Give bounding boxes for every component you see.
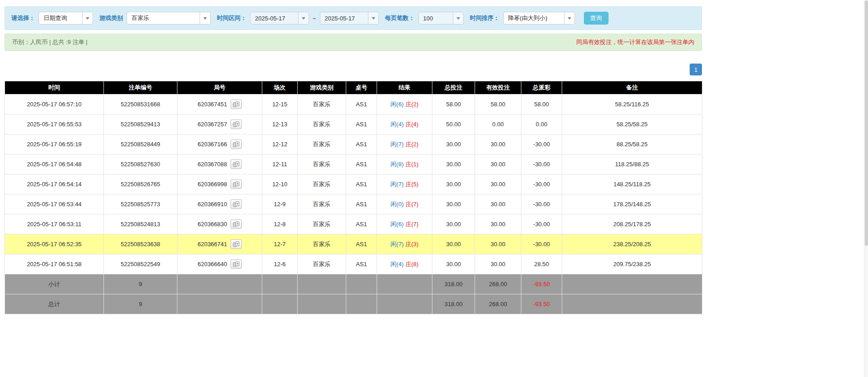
- view-cards-icon[interactable]: [230, 179, 242, 189]
- cell-valid-bet: 30.00: [475, 234, 521, 254]
- cell-total-bet[interactable]: 30.00: [432, 234, 475, 254]
- cell-valid-bet: 30.00: [475, 254, 521, 274]
- date-from-select[interactable]: 2025-05-17: [250, 12, 309, 25]
- select-type-label: 请选择：: [11, 14, 35, 22]
- search-button[interactable]: 查询: [584, 12, 608, 25]
- cell-remark: 208.25/178.25: [562, 214, 702, 234]
- page-size-value: 100: [419, 15, 453, 22]
- cell-total-bet[interactable]: 58.00: [432, 94, 475, 114]
- cell-total-bet[interactable]: 30.00: [432, 174, 475, 194]
- cell-bet-id: 522508528449: [104, 134, 177, 154]
- vertical-scrollbar-thumb[interactable]: [865, 0, 868, 246]
- column-header: 备注: [562, 81, 702, 94]
- date-from-value: 2025-05-17: [250, 15, 298, 22]
- result-player: 闲(7): [391, 181, 404, 188]
- result-player: 闲(6): [391, 221, 404, 228]
- cell-round: 620367088: [177, 154, 262, 174]
- column-header: 注单编号: [104, 81, 177, 94]
- view-cards-icon[interactable]: [230, 159, 242, 169]
- round-number: 620366741: [197, 241, 227, 248]
- cell-total-bet[interactable]: 30.00: [432, 214, 475, 234]
- view-cards-icon[interactable]: [230, 239, 242, 249]
- page-size-select[interactable]: 100: [418, 12, 464, 25]
- view-cards-icon[interactable]: [230, 99, 242, 109]
- summary-bar: 币别：人民币 | 总共 :9 注单 | 同局有效投注，统一计算在该局第一张注单内: [5, 34, 702, 51]
- footer-cell: [298, 294, 346, 314]
- view-cards-icon[interactable]: [230, 259, 242, 269]
- game-type-label: 游戏类别: [99, 14, 123, 22]
- cell-total-bet[interactable]: 30.00: [432, 134, 475, 154]
- date-to-select[interactable]: 2025-05-17: [320, 12, 379, 25]
- column-header: 游戏类别: [298, 81, 346, 94]
- table-footer-row: 小计9318.00268.00-93.50: [5, 274, 702, 294]
- footer-label: 总计: [5, 294, 104, 314]
- cell-bet-id: 522508526765: [104, 174, 177, 194]
- round-number: 620367451: [197, 101, 227, 108]
- column-header: 总派彩: [521, 81, 562, 94]
- table-row: 2025-05-17 06:57:10522508531668620367451…: [5, 94, 702, 114]
- cell-game-type: 百家乐: [298, 154, 346, 174]
- footer-cell: -93.50: [521, 274, 562, 294]
- cell-total-bet[interactable]: 30.00: [432, 254, 475, 274]
- cell-time: 2025-05-17 06:55:53: [5, 114, 104, 134]
- cell-payout: -30.00: [521, 194, 562, 214]
- cell-result: 闲(6)庄(2): [377, 94, 432, 114]
- cell-payout: 28.50: [521, 254, 562, 274]
- cell-game-type: 百家乐: [298, 134, 346, 154]
- round-number: 620367166: [197, 141, 227, 148]
- cell-time: 2025-05-17 06:54:48: [5, 154, 104, 174]
- cell-remark: 178.25/148.25: [562, 194, 702, 214]
- pagination: 1: [5, 64, 702, 75]
- result-banker: 庄(2): [406, 141, 419, 148]
- vertical-scrollbar[interactable]: [864, 0, 868, 377]
- cell-bet-id: 522508523638: [104, 234, 177, 254]
- cell-valid-bet: 58.00: [475, 94, 521, 114]
- table-row: 2025-05-17 06:55:19522508528449620367166…: [5, 134, 702, 154]
- view-cards-icon[interactable]: [230, 139, 242, 149]
- time-sort-label: 时间排序：: [470, 14, 500, 22]
- view-cards-icon[interactable]: [230, 199, 242, 209]
- time-sort-select[interactable]: 降幂(由大到小): [503, 12, 575, 25]
- footer-cell: [562, 294, 702, 314]
- table-footer-row: 总计9318.00268.00-93.50: [5, 294, 702, 314]
- cell-bet-id: 522508525773: [104, 194, 177, 214]
- query-type-select[interactable]: 日期查询: [39, 12, 93, 25]
- table-row: 2025-05-17 06:51:58522508522549620366640…: [5, 254, 702, 274]
- cell-result: 闲(4)庄(4): [377, 114, 432, 134]
- table-row: 2025-05-17 06:55:53522508529413620367257…: [5, 114, 702, 134]
- cell-result: 闲(7)庄(3): [377, 234, 432, 254]
- cell-game-type: 百家乐: [298, 114, 346, 134]
- cell-bet-id: 522508524813: [104, 214, 177, 234]
- footer-cell: [262, 274, 298, 294]
- view-cards-icon[interactable]: [230, 119, 242, 129]
- cell-session: 12-9: [262, 194, 298, 214]
- cell-payout: -30.00: [521, 214, 562, 234]
- cell-table-number: AS1: [346, 114, 377, 134]
- table-row: 2025-05-17 06:54:48522508527630620367088…: [5, 154, 702, 174]
- cell-remark: 88.25/58.25: [562, 134, 702, 154]
- cell-game-type: 百家乐: [298, 94, 346, 114]
- game-type-select[interactable]: 百家乐: [127, 12, 211, 25]
- cell-table-number: AS1: [346, 134, 377, 154]
- result-banker: 庄(1): [406, 161, 419, 168]
- cell-time: 2025-05-17 06:52:35: [5, 234, 104, 254]
- cell-time: 2025-05-17 06:51:58: [5, 254, 104, 274]
- pagination-page[interactable]: 1: [690, 64, 702, 75]
- result-banker: 庄(7): [406, 221, 419, 228]
- cell-total-bet[interactable]: 30.00: [432, 154, 475, 174]
- cell-remark: 238.25/208.25: [562, 234, 702, 254]
- round-number: 620366830: [197, 221, 227, 228]
- cell-remark: 209.75/238.25: [562, 254, 702, 274]
- cell-total-bet[interactable]: 30.00: [432, 194, 475, 214]
- view-cards-icon[interactable]: [230, 219, 242, 229]
- result-banker: 庄(2): [406, 101, 419, 108]
- cell-table-number: AS1: [346, 154, 377, 174]
- cell-time: 2025-05-17 06:55:19: [5, 134, 104, 154]
- cell-result: 闲(7)庄(2): [377, 134, 432, 154]
- chevron-down-icon: [82, 12, 93, 24]
- cell-session: 12-6: [262, 254, 298, 274]
- time-sort-value: 降幂(由大到小): [504, 14, 564, 22]
- footer-cell: [177, 274, 262, 294]
- cell-table-number: AS1: [346, 254, 377, 274]
- cell-total-bet[interactable]: 50.00: [432, 114, 475, 134]
